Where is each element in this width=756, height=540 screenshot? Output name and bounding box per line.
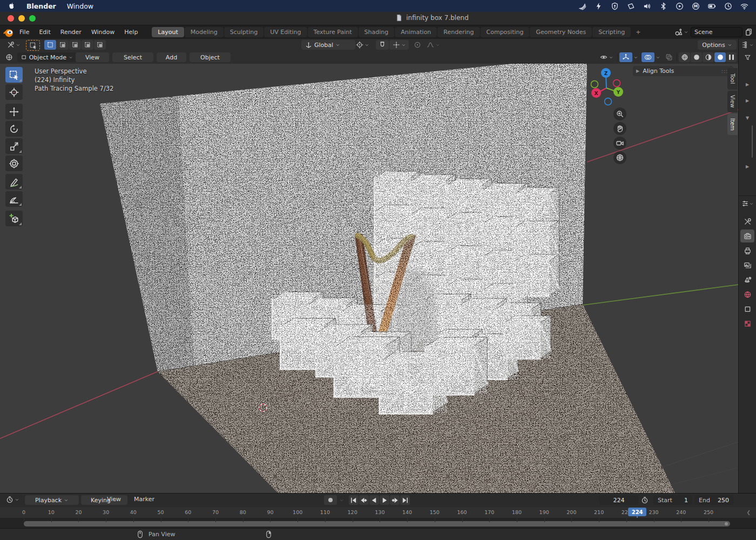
topbar-menu-help[interactable]: Help bbox=[119, 27, 143, 37]
sidebar-tab-tool[interactable]: Tool bbox=[727, 68, 738, 90]
add-workspace-button[interactable]: + bbox=[632, 27, 644, 37]
outliner-expand-icon[interactable]: ▶ bbox=[739, 82, 756, 87]
status-now-playing[interactable] bbox=[676, 2, 684, 10]
viewport-zoom-button[interactable] bbox=[613, 107, 626, 120]
viewport-pan-button[interactable] bbox=[613, 122, 626, 135]
topbar-menu-window[interactable]: Window bbox=[86, 27, 119, 37]
frame-end-field[interactable]: End250 bbox=[694, 495, 733, 505]
apple-menu[interactable] bbox=[8, 2, 16, 10]
show-overlays-toggle[interactable] bbox=[642, 52, 654, 62]
topbar-menu-render[interactable]: Render bbox=[56, 27, 86, 37]
workspace-tab-rendering[interactable]: Rendering bbox=[437, 27, 480, 37]
app-menu-blender[interactable]: Blender bbox=[26, 2, 56, 10]
status-bluetooth[interactable] bbox=[659, 2, 667, 10]
status-time-machine[interactable] bbox=[724, 2, 732, 10]
status-account-badge[interactable]: M bbox=[692, 2, 700, 10]
play-reverse-button[interactable] bbox=[369, 495, 379, 505]
jump-start-button[interactable] bbox=[349, 495, 359, 505]
workspace-tab-uv-editing[interactable]: UV Editing bbox=[264, 27, 307, 37]
snap-target-dropdown[interactable] bbox=[389, 40, 409, 50]
select-mode-subtract[interactable] bbox=[69, 40, 81, 50]
select-mode-set[interactable] bbox=[44, 40, 56, 50]
app-menu-window[interactable]: Window bbox=[67, 2, 93, 10]
current-frame-field[interactable]: 224 bbox=[599, 495, 638, 505]
workspace-tab-animation[interactable]: Animation bbox=[395, 27, 437, 37]
workspace-tab-layout[interactable]: Layout bbox=[152, 27, 184, 37]
active-tool-indicator[interactable] bbox=[26, 40, 40, 51]
outliner-filter-icon[interactable] bbox=[739, 54, 756, 61]
playhead[interactable]: 224 bbox=[628, 508, 646, 516]
viewport-menu-object[interactable]: Object bbox=[190, 52, 231, 62]
workspace-tab-compositing[interactable]: Compositing bbox=[481, 27, 530, 37]
mode-dropdown[interactable]: Object Mode bbox=[17, 52, 77, 62]
timeline-menu-playback[interactable]: Playback bbox=[25, 495, 79, 505]
outliner-collapse-icon[interactable]: ▼ bbox=[739, 116, 756, 120]
status-handoff[interactable] bbox=[578, 2, 586, 10]
timeline-scrollbar[interactable] bbox=[24, 521, 730, 526]
properties-tab-scene[interactable] bbox=[740, 273, 754, 286]
render-preview[interactable]: XYZ bbox=[0, 64, 739, 495]
keying-popover[interactable] bbox=[338, 495, 345, 505]
workspace-tab-modeling[interactable]: Modeling bbox=[185, 27, 224, 37]
tool-add-cube[interactable] bbox=[5, 211, 23, 226]
shading-wireframe[interactable] bbox=[679, 52, 690, 62]
shading-material-preview[interactable] bbox=[703, 52, 714, 62]
editor-type-selector[interactable] bbox=[3, 52, 16, 62]
tool-rotate[interactable] bbox=[5, 121, 23, 137]
topbar-menu-file[interactable]: File bbox=[15, 27, 34, 37]
sidebar-tab-view[interactable]: View bbox=[727, 91, 738, 112]
collapse-region-icon[interactable]: ❮ bbox=[746, 510, 751, 515]
gizmos-dropdown[interactable] bbox=[632, 52, 639, 62]
close-window-button[interactable] bbox=[8, 15, 14, 22]
timeline-track[interactable] bbox=[0, 518, 756, 529]
frame-start-field[interactable]: Start1 bbox=[653, 495, 692, 505]
timeline-menu-marker[interactable]: Marker bbox=[134, 496, 154, 503]
status-display-mirroring[interactable] bbox=[627, 2, 635, 10]
tool-move[interactable] bbox=[5, 104, 23, 119]
properties-tab-object[interactable] bbox=[740, 302, 754, 315]
status-battery[interactable] bbox=[708, 2, 716, 10]
status-wifi[interactable] bbox=[740, 2, 748, 10]
properties-tab-view-layer[interactable] bbox=[740, 259, 754, 272]
outliner-scrollbar[interactable] bbox=[752, 125, 753, 158]
viewport-menu-select[interactable]: Select bbox=[112, 52, 153, 62]
play-button[interactable] bbox=[380, 495, 389, 505]
timeline-ruler[interactable]: 0102030405060708090100110120130140150160… bbox=[0, 507, 756, 518]
sidebar-tab-item[interactable]: Item bbox=[727, 113, 738, 135]
properties-tab-output[interactable] bbox=[740, 244, 754, 257]
tool-measure[interactable] bbox=[5, 191, 23, 207]
scene-name-field[interactable]: Scene bbox=[691, 27, 742, 37]
jump-end-button[interactable] bbox=[400, 495, 410, 505]
shading-rendered[interactable] bbox=[714, 52, 726, 62]
active-tool-dropdown[interactable] bbox=[3, 40, 24, 50]
properties-tab-tool[interactable] bbox=[740, 215, 754, 228]
workspace-tab-shading[interactable]: Shading bbox=[359, 27, 395, 37]
minimize-window-button[interactable] bbox=[18, 15, 25, 22]
zoom-window-button[interactable] bbox=[29, 15, 36, 22]
tool-select-box[interactable] bbox=[5, 67, 23, 83]
pause-render-button[interactable] bbox=[726, 52, 737, 62]
tool-transform[interactable] bbox=[5, 156, 23, 171]
viewport-camera-button[interactable] bbox=[613, 137, 626, 150]
xray-toggle[interactable] bbox=[663, 52, 675, 62]
workspace-tab-scripting[interactable]: Scripting bbox=[592, 27, 631, 37]
select-mode-intersect[interactable] bbox=[94, 40, 106, 50]
workspace-tab-sculpting[interactable]: Sculpting bbox=[224, 27, 264, 37]
proportional-editing-toggle[interactable] bbox=[411, 40, 423, 50]
tool-annotate[interactable] bbox=[5, 174, 23, 190]
tool-scale[interactable] bbox=[5, 138, 23, 154]
show-gizmos-toggle[interactable] bbox=[619, 52, 632, 62]
outliner-editor-selector[interactable] bbox=[739, 41, 756, 49]
properties-tab-render[interactable] bbox=[740, 230, 754, 242]
outliner-expand-icon[interactable]: ▶ bbox=[739, 98, 756, 103]
scene-selector-icon[interactable] bbox=[674, 28, 688, 37]
3d-viewport[interactable]: XYZ User Perspective (224) Infinity Path… bbox=[0, 64, 739, 493]
shading-solid[interactable] bbox=[691, 52, 702, 62]
proportional-falloff-dropdown[interactable] bbox=[424, 40, 442, 50]
next-keyframe-button[interactable] bbox=[390, 495, 400, 505]
select-mode-extend[interactable] bbox=[57, 40, 69, 50]
status-volume[interactable] bbox=[643, 2, 651, 10]
viewport-menu-add[interactable]: Add bbox=[157, 52, 186, 62]
topbar-menu-edit[interactable]: Edit bbox=[34, 27, 55, 37]
outliner-expand-icon[interactable]: ▶ bbox=[739, 164, 756, 169]
